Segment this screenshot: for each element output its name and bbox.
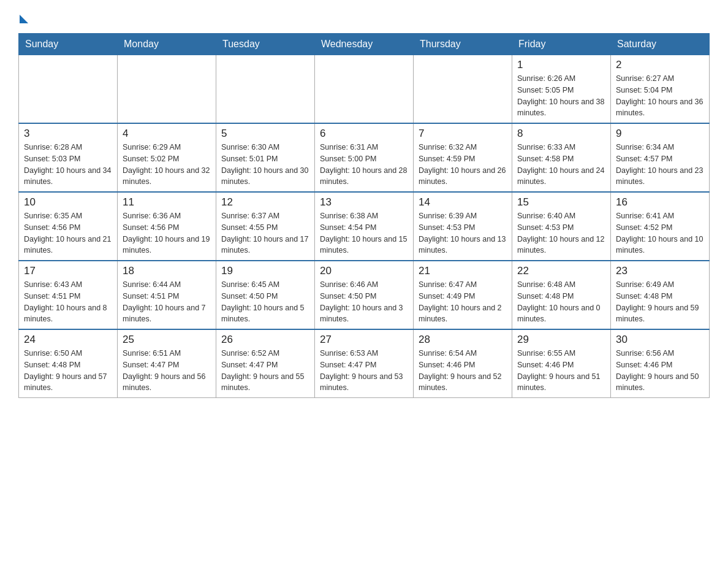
day-number: 23 — [616, 265, 704, 277]
calendar-cell: 21Sunrise: 6:47 AMSunset: 4:49 PMDayligh… — [414, 261, 512, 329]
day-info: Sunrise: 6:49 AMSunset: 4:48 PMDaylight:… — [616, 279, 704, 325]
day-info: Sunrise: 6:39 AMSunset: 4:53 PMDaylight:… — [419, 210, 507, 256]
logo-triangle-icon — [20, 15, 28, 23]
calendar-cell — [414, 55, 512, 124]
day-number: 28 — [419, 334, 507, 346]
day-number: 8 — [517, 128, 605, 140]
calendar-cell: 19Sunrise: 6:45 AMSunset: 4:50 PMDayligh… — [216, 261, 315, 329]
calendar-cell: 9Sunrise: 6:34 AMSunset: 4:57 PMDaylight… — [611, 123, 710, 192]
day-number: 2 — [616, 59, 704, 71]
calendar-cell: 10Sunrise: 6:35 AMSunset: 4:56 PMDayligh… — [19, 192, 118, 261]
day-number: 5 — [221, 128, 309, 140]
calendar-cell: 17Sunrise: 6:43 AMSunset: 4:51 PMDayligh… — [19, 261, 118, 329]
day-number: 14 — [419, 196, 507, 209]
day-info: Sunrise: 6:34 AMSunset: 4:57 PMDaylight:… — [616, 142, 704, 188]
calendar-table: SundayMondayTuesdayWednesdayThursdayFrid… — [18, 33, 710, 398]
calendar-cell: 11Sunrise: 6:36 AMSunset: 4:56 PMDayligh… — [118, 192, 216, 261]
calendar-week-row: 24Sunrise: 6:50 AMSunset: 4:48 PMDayligh… — [19, 329, 710, 398]
calendar-cell: 16Sunrise: 6:41 AMSunset: 4:52 PMDayligh… — [611, 192, 710, 261]
logo — [18, 12, 28, 21]
day-number: 30 — [616, 334, 704, 346]
calendar-week-row: 10Sunrise: 6:35 AMSunset: 4:56 PMDayligh… — [19, 192, 710, 261]
calendar-week-row: 1Sunrise: 6:26 AMSunset: 5:05 PMDaylight… — [19, 55, 710, 124]
day-info: Sunrise: 6:37 AMSunset: 4:55 PMDaylight:… — [221, 210, 309, 256]
weekday-header-sunday: Sunday — [19, 34, 118, 55]
day-info: Sunrise: 6:29 AMSunset: 5:02 PMDaylight:… — [123, 142, 211, 188]
day-info: Sunrise: 6:56 AMSunset: 4:46 PMDaylight:… — [616, 348, 704, 394]
day-number: 4 — [123, 128, 211, 140]
calendar-cell — [315, 55, 414, 124]
day-number: 19 — [221, 265, 309, 277]
calendar-cell: 1Sunrise: 6:26 AMSunset: 5:05 PMDaylight… — [512, 55, 611, 124]
calendar-cell: 29Sunrise: 6:55 AMSunset: 4:46 PMDayligh… — [512, 329, 611, 398]
day-info: Sunrise: 6:47 AMSunset: 4:49 PMDaylight:… — [419, 279, 507, 325]
day-number: 24 — [24, 334, 112, 346]
weekday-header-thursday: Thursday — [414, 34, 512, 55]
calendar-cell: 23Sunrise: 6:49 AMSunset: 4:48 PMDayligh… — [611, 261, 710, 329]
weekday-header-friday: Friday — [512, 34, 611, 55]
day-info: Sunrise: 6:43 AMSunset: 4:51 PMDaylight:… — [24, 279, 112, 325]
day-info: Sunrise: 6:44 AMSunset: 4:51 PMDaylight:… — [123, 279, 211, 325]
day-info: Sunrise: 6:30 AMSunset: 5:01 PMDaylight:… — [221, 142, 309, 188]
day-number: 3 — [24, 128, 112, 140]
day-info: Sunrise: 6:38 AMSunset: 4:54 PMDaylight:… — [320, 210, 408, 256]
day-number: 20 — [320, 265, 408, 277]
day-info: Sunrise: 6:32 AMSunset: 4:59 PMDaylight:… — [419, 142, 507, 188]
day-number: 18 — [123, 265, 211, 277]
calendar-cell: 30Sunrise: 6:56 AMSunset: 4:46 PMDayligh… — [611, 329, 710, 398]
calendar-cell: 14Sunrise: 6:39 AMSunset: 4:53 PMDayligh… — [414, 192, 512, 261]
day-info: Sunrise: 6:26 AMSunset: 5:05 PMDaylight:… — [517, 73, 605, 119]
day-info: Sunrise: 6:40 AMSunset: 4:53 PMDaylight:… — [517, 210, 605, 256]
day-info: Sunrise: 6:52 AMSunset: 4:47 PMDaylight:… — [221, 348, 309, 394]
day-info: Sunrise: 6:35 AMSunset: 4:56 PMDaylight:… — [24, 210, 112, 256]
calendar-cell: 18Sunrise: 6:44 AMSunset: 4:51 PMDayligh… — [118, 261, 216, 329]
weekday-header-wednesday: Wednesday — [315, 34, 414, 55]
day-number: 15 — [517, 196, 605, 209]
calendar-cell — [19, 55, 118, 124]
calendar-cell: 20Sunrise: 6:46 AMSunset: 4:50 PMDayligh… — [315, 261, 414, 329]
day-number: 1 — [517, 59, 605, 71]
day-number: 22 — [517, 265, 605, 277]
day-number: 12 — [221, 196, 309, 209]
page-header — [18, 12, 710, 21]
day-info: Sunrise: 6:31 AMSunset: 5:00 PMDaylight:… — [320, 142, 408, 188]
calendar-cell: 4Sunrise: 6:29 AMSunset: 5:02 PMDaylight… — [118, 123, 216, 192]
calendar-cell: 24Sunrise: 6:50 AMSunset: 4:48 PMDayligh… — [19, 329, 118, 398]
calendar-cell: 28Sunrise: 6:54 AMSunset: 4:46 PMDayligh… — [414, 329, 512, 398]
day-number: 11 — [123, 196, 211, 209]
day-info: Sunrise: 6:50 AMSunset: 4:48 PMDaylight:… — [24, 348, 112, 394]
day-number: 10 — [24, 196, 112, 209]
calendar-cell — [118, 55, 216, 124]
calendar-week-row: 17Sunrise: 6:43 AMSunset: 4:51 PMDayligh… — [19, 261, 710, 329]
day-info: Sunrise: 6:27 AMSunset: 5:04 PMDaylight:… — [616, 73, 704, 119]
day-number: 9 — [616, 128, 704, 140]
day-info: Sunrise: 6:46 AMSunset: 4:50 PMDaylight:… — [320, 279, 408, 325]
weekday-header-saturday: Saturday — [611, 34, 710, 55]
day-info: Sunrise: 6:51 AMSunset: 4:47 PMDaylight:… — [123, 348, 211, 394]
calendar-cell: 22Sunrise: 6:48 AMSunset: 4:48 PMDayligh… — [512, 261, 611, 329]
day-info: Sunrise: 6:54 AMSunset: 4:46 PMDaylight:… — [419, 348, 507, 394]
calendar-cell: 25Sunrise: 6:51 AMSunset: 4:47 PMDayligh… — [118, 329, 216, 398]
day-number: 13 — [320, 196, 408, 209]
weekday-header-monday: Monday — [118, 34, 216, 55]
calendar-cell: 8Sunrise: 6:33 AMSunset: 4:58 PMDaylight… — [512, 123, 611, 192]
day-number: 7 — [419, 128, 507, 140]
day-info: Sunrise: 6:53 AMSunset: 4:47 PMDaylight:… — [320, 348, 408, 394]
calendar-cell — [216, 55, 315, 124]
calendar-cell: 27Sunrise: 6:53 AMSunset: 4:47 PMDayligh… — [315, 329, 414, 398]
calendar-cell: 5Sunrise: 6:30 AMSunset: 5:01 PMDaylight… — [216, 123, 315, 192]
day-info: Sunrise: 6:41 AMSunset: 4:52 PMDaylight:… — [616, 210, 704, 256]
weekday-header-tuesday: Tuesday — [216, 34, 315, 55]
day-number: 26 — [221, 334, 309, 346]
day-number: 29 — [517, 334, 605, 346]
calendar-cell: 6Sunrise: 6:31 AMSunset: 5:00 PMDaylight… — [315, 123, 414, 192]
calendar-header-row: SundayMondayTuesdayWednesdayThursdayFrid… — [19, 34, 710, 55]
logo-text — [18, 12, 28, 23]
day-info: Sunrise: 6:48 AMSunset: 4:48 PMDaylight:… — [517, 279, 605, 325]
day-number: 16 — [616, 196, 704, 209]
day-info: Sunrise: 6:36 AMSunset: 4:56 PMDaylight:… — [123, 210, 211, 256]
calendar-cell: 3Sunrise: 6:28 AMSunset: 5:03 PMDaylight… — [19, 123, 118, 192]
calendar-cell: 26Sunrise: 6:52 AMSunset: 4:47 PMDayligh… — [216, 329, 315, 398]
day-number: 21 — [419, 265, 507, 277]
calendar-cell: 7Sunrise: 6:32 AMSunset: 4:59 PMDaylight… — [414, 123, 512, 192]
